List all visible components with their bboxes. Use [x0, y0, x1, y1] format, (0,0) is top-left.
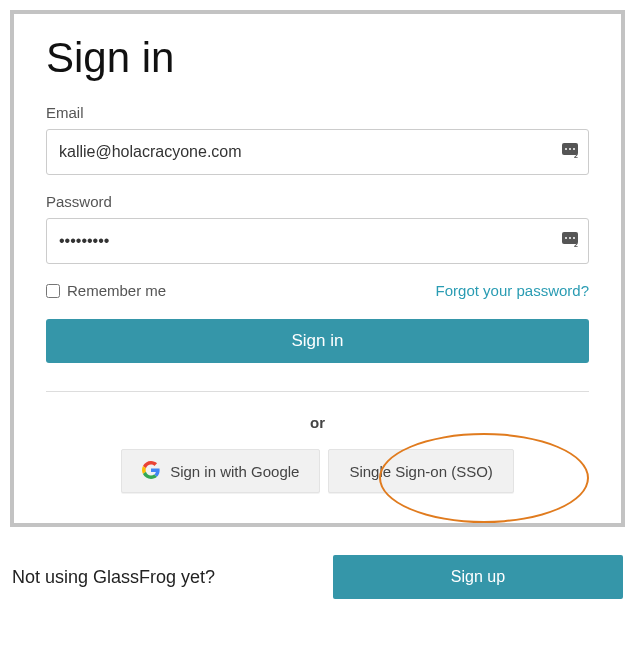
google-signin-label: Sign in with Google: [170, 463, 299, 480]
email-input-wrap: 2: [46, 129, 589, 175]
signin-button[interactable]: Sign in: [46, 319, 589, 363]
sso-signin-button[interactable]: Single Sign-on (SSO): [328, 449, 513, 493]
svg-point-6: [565, 237, 567, 239]
page-title: Sign in: [46, 34, 589, 82]
options-row: Remember me Forgot your password?: [46, 282, 589, 299]
google-icon: [142, 461, 160, 482]
remember-me[interactable]: Remember me: [46, 282, 166, 299]
email-input[interactable]: [46, 129, 589, 175]
sso-row: Sign in with Google Single Sign-on (SSO): [46, 449, 589, 493]
forgot-password-link[interactable]: Forgot your password?: [436, 282, 589, 299]
svg-text:2: 2: [574, 241, 578, 248]
remember-checkbox[interactable]: [46, 284, 60, 298]
password-manager-icon: 2: [561, 141, 579, 163]
password-input-wrap: 2: [46, 218, 589, 264]
svg-point-7: [569, 237, 571, 239]
svg-point-2: [569, 148, 571, 150]
signup-button[interactable]: Sign up: [333, 555, 623, 599]
svg-point-1: [565, 148, 567, 150]
divider: [46, 391, 589, 392]
or-label: or: [46, 414, 589, 431]
svg-point-3: [573, 148, 575, 150]
google-signin-button[interactable]: Sign in with Google: [121, 449, 320, 493]
email-label: Email: [46, 104, 589, 121]
password-label: Password: [46, 193, 589, 210]
footer: Not using GlassFrog yet? Sign up: [10, 555, 625, 599]
password-input[interactable]: [46, 218, 589, 264]
signin-card: Sign in Email 2 Password 2 Remember me F…: [10, 10, 625, 527]
footer-text: Not using GlassFrog yet?: [12, 567, 215, 588]
remember-label: Remember me: [67, 282, 166, 299]
svg-text:2: 2: [574, 152, 578, 159]
password-manager-icon: 2: [561, 230, 579, 252]
svg-point-8: [573, 237, 575, 239]
